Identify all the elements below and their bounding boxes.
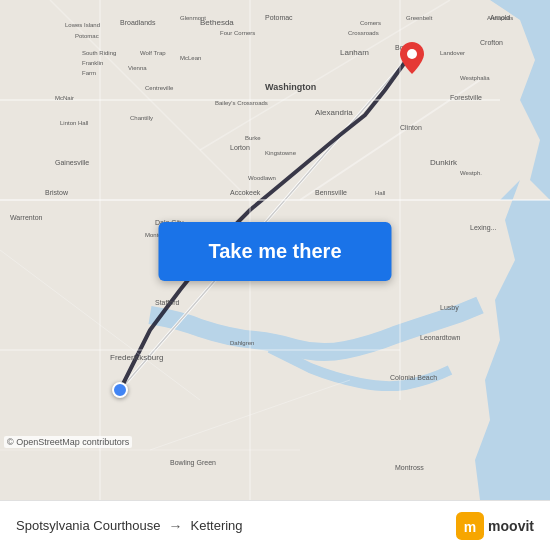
svg-text:Dunkirk: Dunkirk [430,158,458,167]
svg-text:Bennsville: Bennsville [315,189,347,196]
svg-text:Lusby: Lusby [440,304,459,312]
moovit-icon: m [456,512,484,540]
bottom-bar: Spotsylvania Courthouse → Kettering m mo… [0,500,550,550]
svg-text:Bristow: Bristow [45,189,69,196]
moovit-text: moovit [488,518,534,534]
svg-text:Fredericksburg: Fredericksburg [110,353,163,362]
svg-text:Burke: Burke [245,135,261,141]
svg-text:Leonardtown: Leonardtown [420,334,461,341]
svg-text:Warrenton: Warrenton [10,214,43,221]
svg-text:Broadlands: Broadlands [120,19,156,26]
destination-label: Kettering [191,518,243,533]
svg-text:Montross: Montross [395,464,424,471]
take-me-there-button[interactable]: Take me there [158,222,391,281]
svg-text:Accokeek: Accokeek [230,189,261,196]
svg-text:Chantilly: Chantilly [130,115,153,121]
svg-text:Westph.: Westph. [460,170,482,176]
svg-text:Woodlawn: Woodlawn [248,175,276,181]
svg-text:Centreville: Centreville [145,85,174,91]
svg-text:Bowling Green: Bowling Green [170,459,216,467]
svg-text:Stafford: Stafford [155,299,179,306]
svg-text:Alexandria: Alexandria [315,108,353,117]
moovit-logo: m moovit [456,512,534,540]
svg-text:Comers: Comers [360,20,381,26]
svg-text:Crofton: Crofton [480,39,503,46]
svg-text:Hall: Hall [375,190,385,196]
svg-text:Kingstowne: Kingstowne [265,150,297,156]
svg-point-71 [407,49,417,59]
svg-text:Potomac: Potomac [75,33,99,39]
arrow-icon: → [169,518,183,534]
svg-text:Vienna: Vienna [128,65,147,71]
svg-text:Linton Hall: Linton Hall [60,120,88,126]
svg-text:Dahlgren: Dahlgren [230,340,254,346]
svg-text:Westphalia: Westphalia [460,75,490,81]
svg-text:Clinton: Clinton [400,124,422,131]
svg-text:Lexing...: Lexing... [470,224,497,232]
svg-text:Lowes Island: Lowes Island [65,22,100,28]
svg-text:Washington: Washington [265,82,316,92]
svg-text:Annapolis: Annapolis [487,15,513,21]
svg-text:Farm: Farm [82,70,96,76]
svg-text:McLean: McLean [180,55,201,61]
osm-attribution: © OpenStreetMap contributors [4,436,132,448]
svg-text:Bailey's Crossroads: Bailey's Crossroads [215,100,268,106]
svg-text:m: m [464,518,476,534]
svg-text:Gainesville: Gainesville [55,159,89,166]
svg-text:Landover: Landover [440,50,465,56]
svg-text:Glenmont: Glenmont [180,15,206,21]
destination-pin [400,42,424,78]
svg-text:Crossroads: Crossroads [348,30,379,36]
svg-text:Wolf Trap: Wolf Trap [140,50,166,56]
svg-text:Four Corners: Four Corners [220,30,255,36]
svg-text:McNair: McNair [55,95,74,101]
svg-text:Forestville: Forestville [450,94,482,101]
svg-text:Potomac: Potomac [265,14,293,21]
origin-dot [112,382,128,398]
route-info: Spotsylvania Courthouse → Kettering [16,518,456,534]
origin-label: Spotsylvania Courthouse [16,518,161,533]
svg-text:Greenbelt: Greenbelt [406,15,433,21]
svg-text:South Riding: South Riding [82,50,116,56]
svg-text:Franklin: Franklin [82,60,103,66]
svg-text:Lorton: Lorton [230,144,250,151]
svg-text:Lanham: Lanham [340,48,369,57]
map-container: Bethesda Lanham Broadlands Washington Al… [0,0,550,500]
svg-text:Colonial Beach: Colonial Beach [390,374,437,381]
